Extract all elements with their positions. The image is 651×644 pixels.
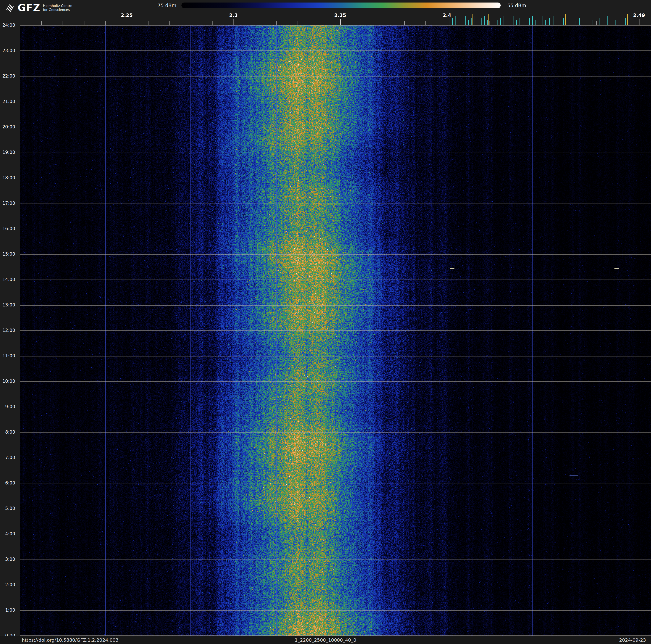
signal-tick-cyan bbox=[459, 20, 459, 25]
signal-tick-cyan bbox=[494, 16, 494, 25]
signal-tick-yellow bbox=[506, 14, 506, 25]
freq-minor-tick bbox=[169, 21, 170, 25]
signal-tick-cyan bbox=[585, 16, 585, 25]
signal-tick-cyan bbox=[491, 18, 491, 25]
signal-tick-cyan bbox=[500, 18, 501, 25]
time-tick-label: 4:00 bbox=[5, 531, 15, 536]
gfz-logo-hatch-icon bbox=[5, 3, 15, 12]
signal-tick-cyan bbox=[481, 18, 482, 25]
signal-tick-cyan bbox=[616, 20, 616, 25]
time-tick-label: 20:00 bbox=[2, 124, 15, 129]
time-tick-label: 8:00 bbox=[5, 430, 15, 435]
time-tick-label: 10:00 bbox=[2, 379, 15, 384]
freq-tick-label: 2.3 bbox=[229, 12, 238, 18]
freq-major-tick bbox=[639, 19, 640, 25]
freq-minor-tick bbox=[490, 21, 490, 25]
spectrogram-page: GFZ Helmholtz Centre for Geosciences -75… bbox=[0, 0, 651, 644]
freq-tick-label: 2.4 bbox=[443, 12, 451, 18]
signal-tick-cyan bbox=[474, 16, 475, 25]
signal-tick-cyan bbox=[513, 16, 514, 25]
freq-minor-tick bbox=[426, 21, 426, 25]
spectrogram-canvas bbox=[20, 25, 651, 636]
signal-tick-cyan bbox=[452, 18, 453, 25]
time-tick-label: 6:00 bbox=[5, 480, 15, 486]
signal-tick-cyan bbox=[456, 16, 456, 25]
signal-tick-cyan bbox=[484, 16, 485, 25]
time-tick-label: 2:00 bbox=[5, 582, 15, 587]
footer: https://doi.org/10.5880/GFZ.1.2.2024.003… bbox=[0, 636, 651, 644]
signal-tick-cyan bbox=[549, 18, 550, 25]
colorbar-min-label: -75 dBm bbox=[156, 3, 177, 8]
signal-tick-cyan bbox=[535, 20, 536, 25]
signal-tick-cyan bbox=[478, 20, 478, 25]
time-tick-label: 22:00 bbox=[2, 74, 15, 79]
signal-tick-cyan bbox=[510, 18, 510, 25]
signal-tick-cyan bbox=[539, 18, 539, 25]
freq-tick-label: 2.35 bbox=[334, 12, 346, 18]
time-tick-label: 1:00 bbox=[5, 608, 15, 613]
signal-tick-cyan bbox=[497, 20, 497, 25]
header: GFZ Helmholtz Centre for Geosciences -75… bbox=[0, 0, 651, 25]
signal-tick-cyan bbox=[592, 20, 592, 25]
freq-major-tick bbox=[340, 19, 341, 25]
signal-tick-cyan bbox=[635, 16, 635, 25]
signal-tick-cyan bbox=[558, 20, 558, 25]
signal-tick-cyan bbox=[520, 18, 520, 25]
signal-tick-cyan bbox=[599, 18, 600, 25]
signal-tick-cyan bbox=[542, 16, 542, 25]
freq-tick-label: 2.25 bbox=[121, 12, 133, 18]
signal-tick-cyan bbox=[607, 16, 608, 25]
signal-tick-cyan bbox=[488, 20, 488, 25]
freq-minor-tick bbox=[511, 21, 512, 25]
time-tick-label: 15:00 bbox=[2, 252, 15, 257]
time-tick-label: 12:00 bbox=[2, 328, 15, 333]
freq-minor-tick bbox=[383, 21, 383, 25]
time-tick-label: 9:00 bbox=[5, 404, 15, 409]
signal-tick-yellow bbox=[540, 14, 540, 25]
freq-minor-tick bbox=[319, 21, 319, 25]
time-tick-label: 19:00 bbox=[2, 150, 15, 155]
freq-minor-tick bbox=[212, 21, 213, 25]
colorbar-gradient bbox=[181, 2, 501, 8]
freq-minor-tick bbox=[148, 21, 149, 25]
time-tick-label: 11:00 bbox=[2, 353, 15, 358]
time-tick-label: 16:00 bbox=[2, 226, 15, 231]
logo-subtitle-line2: for Geosciences bbox=[43, 8, 70, 12]
date-label: 2024-09-23 bbox=[619, 638, 646, 643]
signal-tick-cyan bbox=[625, 18, 626, 25]
colorbar-max-label: -55 dBm bbox=[506, 3, 526, 8]
time-tick-label: 13:00 bbox=[2, 302, 15, 308]
signal-tick-yellow bbox=[565, 14, 566, 25]
signal-tick-cyan bbox=[554, 16, 554, 25]
freq-major-tick bbox=[127, 19, 127, 25]
freq-minor-tick bbox=[105, 21, 106, 25]
colorbar-scale: -75 dBm -55 dBm bbox=[156, 2, 526, 8]
signal-tick-yellow bbox=[489, 14, 489, 25]
signal-tick-cyan bbox=[468, 20, 469, 25]
signal-tick-cyan bbox=[526, 20, 526, 25]
doi-link[interactable]: https://doi.org/10.5880/GFZ.1.2.2024.003 bbox=[22, 638, 118, 643]
freq-minor-tick bbox=[404, 21, 405, 25]
freq-minor-tick bbox=[41, 21, 42, 25]
freq-minor-tick bbox=[618, 21, 618, 25]
plot-area bbox=[20, 25, 651, 636]
signal-tick-cyan bbox=[563, 18, 564, 25]
signal-tick-cyan bbox=[465, 16, 466, 25]
signal-tick-cyan bbox=[462, 18, 462, 25]
signal-tick-cyan bbox=[507, 20, 507, 25]
time-tick-label: 3:00 bbox=[5, 557, 15, 562]
signal-tick-cyan bbox=[574, 20, 575, 25]
signal-tick-cyan bbox=[569, 16, 569, 25]
freq-minor-tick bbox=[362, 21, 362, 25]
freq-major-tick bbox=[234, 19, 234, 25]
freq-minor-tick bbox=[63, 21, 63, 25]
signal-tick-cyan bbox=[529, 18, 530, 25]
time-tick-label: 7:00 bbox=[5, 455, 15, 460]
signal-tick-cyan bbox=[503, 16, 504, 25]
freq-minor-tick bbox=[255, 21, 255, 25]
time-tick-label: 23:00 bbox=[2, 48, 15, 53]
logo-acronym: GFZ bbox=[18, 3, 40, 12]
dataset-id: 1_2200_2500_10000_40_0 bbox=[295, 638, 356, 643]
freq-minor-tick bbox=[191, 21, 191, 25]
time-tick-label: 14:00 bbox=[2, 277, 15, 282]
